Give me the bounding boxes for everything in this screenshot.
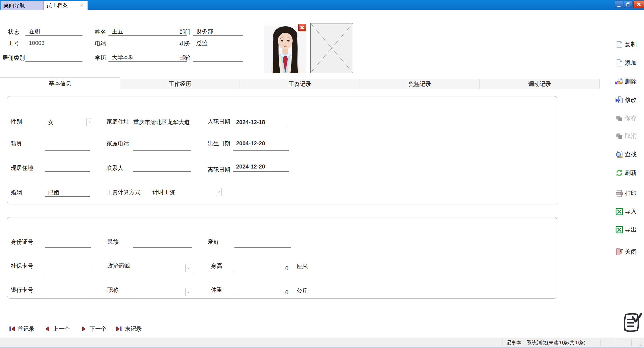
- tab-basic-info[interactable]: 基本信息: [0, 77, 120, 89]
- email-field[interactable]: [193, 54, 243, 62]
- tab-reward-punishment[interactable]: 奖惩记录: [360, 79, 480, 89]
- toolbar-button-label: 关闭: [625, 248, 637, 256]
- last-record-icon: [116, 326, 123, 332]
- marital-status-field[interactable]: 已婚: [45, 189, 90, 197]
- tab-close-icon[interactable]: ×: [80, 1, 84, 10]
- resize-grip-icon[interactable]: [638, 342, 642, 346]
- hobby-field[interactable]: [234, 241, 291, 248]
- find-button[interactable]: 查找: [615, 150, 643, 159]
- political-status-dropdown-button[interactable]: [185, 264, 191, 272]
- detail-tabstrip: 基本信息 工作经历 工资记录 奖惩记录 调动记录: [0, 77, 600, 89]
- political-status-field[interactable]: [133, 265, 192, 272]
- chevron-down-icon: [187, 291, 190, 294]
- search-icon: [615, 150, 623, 159]
- save-button[interactable]: 保存: [615, 114, 643, 123]
- field-value: [133, 289, 192, 296]
- previous-record-button[interactable]: 上一个: [44, 325, 70, 332]
- toolbar-button-label: 添加: [625, 59, 637, 67]
- photo-placeholder[interactable]: [310, 23, 353, 73]
- field-label: 雇佣类别: [2, 54, 25, 61]
- employment-type-field[interactable]: [25, 54, 82, 62]
- field-label: 社保卡号: [11, 262, 33, 269]
- job-title-dropdown-button[interactable]: [185, 288, 191, 296]
- employee-id-field[interactable]: 10003: [25, 39, 82, 47]
- field-value: 女: [45, 119, 90, 126]
- next-record-button[interactable]: 下一个: [80, 325, 106, 332]
- leave-date-field[interactable]: 2024-12-20: [233, 163, 289, 172]
- gender-field[interactable]: 女: [45, 119, 90, 126]
- field-value: [45, 165, 90, 171]
- delete-button[interactable]: 删除: [615, 77, 643, 86]
- statusbar-divider: [631, 340, 632, 346]
- previous-record-icon: [44, 326, 51, 332]
- field-value: 2024-12-20: [233, 163, 289, 171]
- minimize-button[interactable]: [615, 1, 623, 8]
- print-button[interactable]: 打印: [615, 189, 643, 198]
- notepad-sketch-icon[interactable]: [621, 311, 642, 334]
- export-button[interactable]: 导出: [615, 225, 643, 234]
- hire-date-field[interactable]: 2024-12-18: [233, 119, 289, 126]
- field-value: 0: [234, 289, 293, 296]
- height-field[interactable]: 0: [234, 265, 293, 272]
- field-label: 籍贯: [11, 140, 22, 147]
- modify-arrows-icon: [615, 96, 623, 104]
- job-title-field[interactable]: [133, 289, 192, 296]
- home-address-field[interactable]: 重庆市渝北区龙华大道: [133, 119, 191, 126]
- home-phone-field[interactable]: [133, 144, 191, 151]
- minimize-icon: [617, 6, 621, 7]
- record-nav-label: 首记录: [18, 325, 34, 333]
- contact-person-field[interactable]: [133, 165, 191, 172]
- residence-field[interactable]: [45, 165, 90, 172]
- gender-dropdown-button[interactable]: [86, 118, 92, 126]
- tab-desktop-navigation[interactable]: 桌面导航: [1, 1, 43, 10]
- tab-label: 调动记录: [528, 81, 551, 87]
- close-button[interactable]: [633, 1, 644, 8]
- chevron-down-icon: [217, 190, 221, 194]
- field-label: 婚姻: [11, 189, 22, 196]
- cancel-button[interactable]: 取消: [615, 131, 643, 141]
- field-label: 家庭住址: [106, 118, 129, 125]
- photo-delete-button[interactable]: [298, 24, 306, 31]
- salary-method-dropdown-button[interactable]: [216, 188, 222, 196]
- import-button[interactable]: 导入: [615, 207, 643, 216]
- education-field[interactable]: 大学本科: [108, 54, 187, 62]
- ethnicity-field[interactable]: [133, 241, 192, 248]
- statusbar-system-message[interactable]: 系统消息(未读:0条/共:0条): [526, 338, 586, 347]
- add-button[interactable]: 添加: [615, 58, 643, 67]
- department-field[interactable]: 财务部: [193, 28, 243, 36]
- field-label: 状态: [8, 28, 19, 35]
- field-label: 民族: [107, 238, 119, 245]
- last-record-button[interactable]: 末记录: [116, 325, 142, 332]
- field-label: 入职日期: [208, 118, 230, 125]
- bank-card-field[interactable]: [45, 289, 91, 296]
- tab-salary-records[interactable]: 工资记录: [240, 79, 360, 89]
- toolbar-button-label: 打印: [625, 189, 637, 197]
- toolbar-button-label: 刷新: [625, 169, 637, 177]
- cancel-folders-icon: [615, 132, 623, 140]
- status-field[interactable]: 在职: [25, 28, 82, 36]
- modify-button[interactable]: 修改: [615, 95, 643, 104]
- field-value: [133, 165, 191, 171]
- tab-employee-file[interactable]: 员工档案 ×: [43, 1, 88, 10]
- id-number-field[interactable]: [45, 241, 91, 248]
- field-value: [108, 39, 187, 47]
- tab-transfer-records[interactable]: 调动记录: [480, 79, 600, 89]
- salary-method-value: 计时工资: [153, 189, 175, 196]
- name-field[interactable]: 王五: [108, 28, 187, 36]
- toolbar-button-label: 保存: [625, 114, 637, 122]
- field-value: [45, 241, 91, 247]
- maximize-button[interactable]: [624, 1, 632, 8]
- close-form-button[interactable]: 关闭: [615, 247, 643, 256]
- refresh-button[interactable]: 刷新: [615, 168, 643, 177]
- copy-button[interactable]: 复制: [615, 40, 643, 49]
- phone-field[interactable]: [108, 39, 187, 47]
- statusbar-notepad[interactable]: 记事本: [506, 338, 521, 347]
- birthplace-field[interactable]: [45, 144, 90, 151]
- position-field[interactable]: 总监: [193, 39, 243, 47]
- field-value: 大学本科: [108, 54, 187, 61]
- tab-label: 工资记录: [288, 81, 311, 87]
- weight-field[interactable]: 0: [234, 289, 293, 296]
- tab-work-history[interactable]: 工作经历: [120, 79, 240, 89]
- first-record-button[interactable]: 首记录: [8, 325, 34, 332]
- social-security-card-field[interactable]: [45, 265, 91, 272]
